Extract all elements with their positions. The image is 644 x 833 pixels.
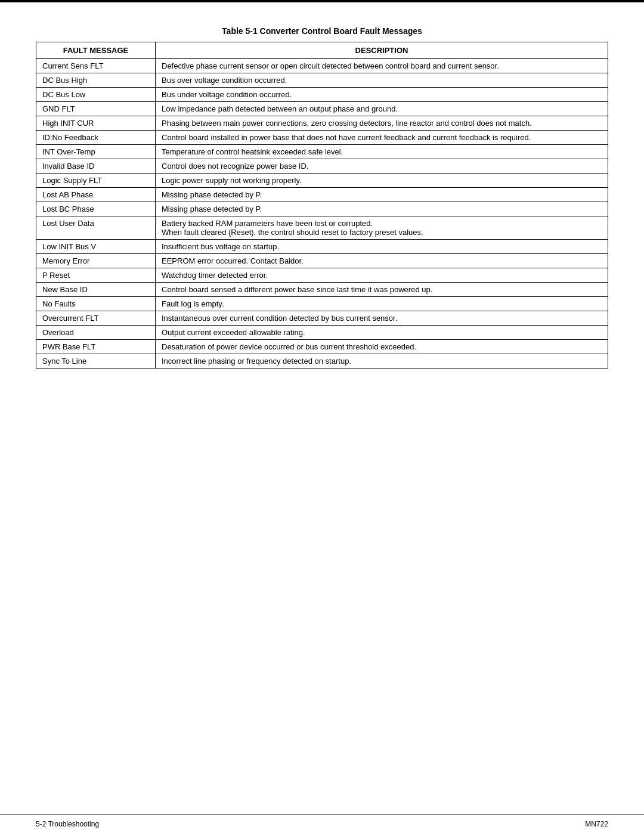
description-cell: Control board sensed a different power b… <box>156 283 608 297</box>
fault-message-cell: Memory Error <box>36 254 156 268</box>
footer-right: MN722 <box>585 820 608 828</box>
table-row: No FaultsFault log is empty. <box>36 297 608 311</box>
table-row: Lost BC PhaseMissing phase detected by P… <box>36 202 608 216</box>
fault-message-cell: ID:No Feedback <box>36 131 156 145</box>
fault-message-cell: GND FLT <box>36 102 156 116</box>
fault-message-cell: INT Over-Temp <box>36 145 156 159</box>
fault-message-cell: PWR Base FLT <box>36 340 156 354</box>
fault-message-cell: P Reset <box>36 268 156 283</box>
fault-message-cell: Low INIT Bus V <box>36 240 156 254</box>
table-row: Memory ErrorEEPROM error occurred. Conta… <box>36 254 608 268</box>
fault-message-cell: No Faults <box>36 297 156 311</box>
description-cell: EEPROM error occurred. Contact Baldor. <box>156 254 608 268</box>
spacer <box>0 609 644 815</box>
col1-header: FAULT MESSAGE <box>36 42 156 59</box>
table-row: DC Bus HighBus over voltage condition oc… <box>36 73 608 88</box>
fault-message-cell: DC Bus Low <box>36 88 156 102</box>
fault-message-cell: Overload <box>36 326 156 340</box>
table-row: Lost User DataBattery backed RAM paramet… <box>36 216 608 240</box>
description-cell: Phasing between main power connections, … <box>156 116 608 131</box>
description-cell: Insufficient bus voltage on startup. <box>156 240 608 254</box>
fault-message-cell: DC Bus High <box>36 73 156 88</box>
table-row: ID:No FeedbackControl board installed in… <box>36 131 608 145</box>
table-row: High INIT CURPhasing between main power … <box>36 116 608 131</box>
description-cell: Missing phase detected by P. <box>156 188 608 202</box>
fault-message-cell: Overcurrent FLT <box>36 311 156 326</box>
fault-table: FAULT MESSAGE DESCRIPTION Current Sens F… <box>36 42 608 368</box>
col2-header: DESCRIPTION <box>156 42 608 59</box>
table-body: Current Sens FLTDefective phase current … <box>36 59 608 368</box>
table-header-row: FAULT MESSAGE DESCRIPTION <box>36 42 608 59</box>
description-cell: Missing phase detected by P. <box>156 202 608 216</box>
table-row: OverloadOutput current exceeded allowabl… <box>36 326 608 340</box>
footer-left: 5-2 Troubleshooting <box>36 820 99 828</box>
table-row: Invalid Base IDControl does not recogniz… <box>36 159 608 174</box>
fault-message-cell: Lost BC Phase <box>36 202 156 216</box>
page-container: Table 5-1 Converter Control Board Fault … <box>0 0 644 833</box>
description-cell: Incorrect line phasing or frequency dete… <box>156 354 608 368</box>
description-cell: Low impedance path detected between an o… <box>156 102 608 116</box>
fault-message-cell: Current Sens FLT <box>36 59 156 73</box>
fault-message-cell: High INIT CUR <box>36 116 156 131</box>
description-cell: Defective phase current sensor or open c… <box>156 59 608 73</box>
fault-message-cell: Lost AB Phase <box>36 188 156 202</box>
table-row: Logic Supply FLTLogic power supply not w… <box>36 174 608 188</box>
description-cell: Output current exceeded allowable rating… <box>156 326 608 340</box>
description-cell: Instantaneous over current condition det… <box>156 311 608 326</box>
description-cell: Temperature of control heatsink exceeded… <box>156 145 608 159</box>
table-row: Low INIT Bus VInsufficient bus voltage o… <box>36 240 608 254</box>
table-row: INT Over-TempTemperature of control heat… <box>36 145 608 159</box>
description-cell: Watchdog timer detected error. <box>156 268 608 283</box>
table-row: PWR Base FLTDesaturation of power device… <box>36 340 608 354</box>
table-row: New Base IDControl board sensed a differ… <box>36 283 608 297</box>
description-cell: Fault log is empty. <box>156 297 608 311</box>
description-cell: Bus under voltage condition occurred. <box>156 88 608 102</box>
table-row: Overcurrent FLTInstantaneous over curren… <box>36 311 608 326</box>
table-row: GND FLTLow impedance path detected betwe… <box>36 102 608 116</box>
table-row: DC Bus LowBus under voltage condition oc… <box>36 88 608 102</box>
table-row: Lost AB PhaseMissing phase detected by P… <box>36 188 608 202</box>
description-cell: Desaturation of power device occurred or… <box>156 340 608 354</box>
description-cell: Bus over voltage condition occurred. <box>156 73 608 88</box>
fault-message-cell: Lost User Data <box>36 216 156 240</box>
table-row: P ResetWatchdog timer detected error. <box>36 268 608 283</box>
description-cell: Battery backed RAM parameters have been … <box>156 216 608 240</box>
description-cell: Control board installed in power base th… <box>156 131 608 145</box>
fault-message-cell: Invalid Base ID <box>36 159 156 174</box>
table-row: Sync To LineIncorrect line phasing or fr… <box>36 354 608 368</box>
table-title: Table 5-1 Converter Control Board Fault … <box>36 26 608 36</box>
fault-message-cell: New Base ID <box>36 283 156 297</box>
description-cell: Logic power supply not working properly. <box>156 174 608 188</box>
table-row: Current Sens FLTDefective phase current … <box>36 59 608 73</box>
fault-message-cell: Logic Supply FLT <box>36 174 156 188</box>
fault-message-cell: Sync To Line <box>36 354 156 368</box>
content-area: Table 5-1 Converter Control Board Fault … <box>0 2 644 609</box>
footer-area: 5-2 Troubleshooting MN722 <box>0 815 644 833</box>
description-cell: Control does not recognize power base ID… <box>156 159 608 174</box>
